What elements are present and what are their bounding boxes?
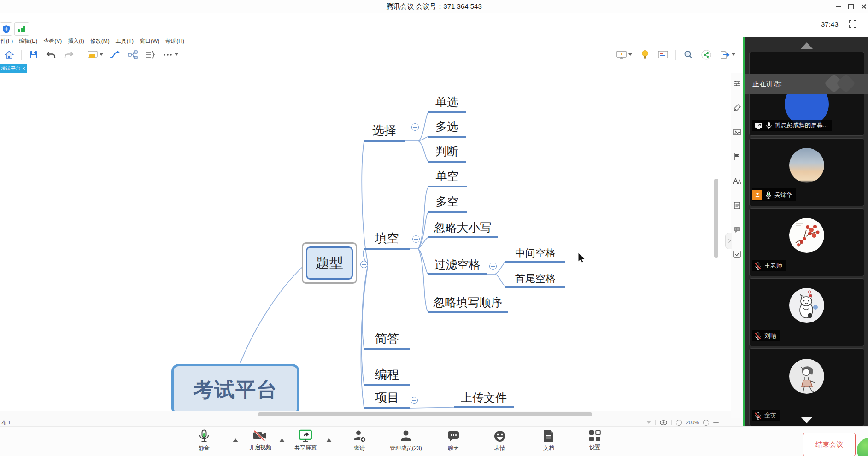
lightbulb-icon xyxy=(641,50,649,60)
idea-button[interactable] xyxy=(639,49,651,60)
settings-button[interactable]: 设置 xyxy=(567,429,622,451)
mindmap-root-topic[interactable]: 考试平台 xyxy=(171,364,299,411)
topic-upload-file[interactable]: 上传文件 xyxy=(454,392,514,403)
mindmap-canvas[interactable]: 考试平台 题型 选择 单选 多选 判断 填空 单空 多空 忽略大小写 过滤空格 … xyxy=(0,73,731,411)
mute-label: 静音 xyxy=(199,444,210,452)
avatar xyxy=(789,288,824,323)
menu-insert[interactable]: 插入(I) xyxy=(67,37,89,45)
collapse-icon-project[interactable] xyxy=(411,397,418,404)
topic-filter-space[interactable]: 过滤空格 xyxy=(428,258,487,270)
mute-button[interactable]: 静音 xyxy=(176,429,232,452)
participant-tile[interactable]: 王老师 xyxy=(749,208,864,276)
topic-judgement[interactable]: 判断 xyxy=(428,145,466,157)
menu-file[interactable]: 件(F) xyxy=(0,37,18,45)
theme-icon xyxy=(88,51,98,59)
emoji-button[interactable]: 表情 xyxy=(472,429,528,452)
vertical-scrollbar-thumb[interactable] xyxy=(714,179,718,258)
text-style-icon[interactable] xyxy=(733,177,741,185)
task-check-icon[interactable] xyxy=(733,250,741,258)
participant-tile[interactable]: 刘晴 xyxy=(749,278,864,346)
minimize-button[interactable] xyxy=(831,0,845,13)
topic-multi-blank[interactable]: 多空 xyxy=(428,195,467,207)
home-button[interactable] xyxy=(4,49,15,60)
share-screen-button[interactable]: 共享屏幕 xyxy=(278,429,333,452)
presentation-button[interactable] xyxy=(616,49,633,60)
topic-ignore-order[interactable]: 忽略填写顺序 xyxy=(428,296,508,308)
status-dropdown-icon[interactable] xyxy=(646,421,651,424)
topic-multi-choice[interactable]: 多选 xyxy=(428,120,466,132)
collapse-icon-choice[interactable] xyxy=(411,123,419,131)
share-options-caret[interactable] xyxy=(326,438,332,442)
members-button[interactable]: 管理成员(23) xyxy=(378,429,434,452)
topic-project[interactable]: 项目 xyxy=(364,392,410,404)
relationship-button[interactable] xyxy=(110,49,121,60)
collapse-icon-filter-space[interactable] xyxy=(489,263,497,270)
topic-programming[interactable]: 编程 xyxy=(364,368,410,381)
zoom-level[interactable]: 200% xyxy=(686,420,699,425)
topic-ignore-case[interactable]: 忽略大小写 xyxy=(428,222,498,234)
topic-middle-space[interactable]: 中间空格 xyxy=(505,248,565,258)
horizontal-scrollbar-thumb[interactable] xyxy=(258,412,592,416)
share-map-button[interactable] xyxy=(701,49,712,60)
floating-green-ball[interactable] xyxy=(856,437,868,456)
sheet-tab[interactable]: 考试平台 xyxy=(0,64,27,73)
more-tools-button[interactable] xyxy=(162,49,179,60)
menu-modify[interactable]: 修改(M) xyxy=(89,37,115,45)
style-sliders-icon[interactable] xyxy=(733,79,741,88)
participant-name-chip: 童英 xyxy=(752,410,780,421)
topic-choice[interactable]: 选择 xyxy=(364,124,405,137)
participant-tile[interactable]: 吴锦华 xyxy=(749,138,864,206)
structure-button[interactable] xyxy=(127,49,138,60)
menu-view[interactable]: 查看(V) xyxy=(42,37,67,45)
eye-icon[interactable] xyxy=(660,420,667,425)
collapse-icon-center[interactable] xyxy=(360,261,368,268)
tab-close-icon[interactable] xyxy=(22,67,26,70)
redo-icon xyxy=(64,50,74,59)
zoom-in-button[interactable] xyxy=(703,420,709,426)
search-icon xyxy=(683,50,693,60)
maximize-icon xyxy=(848,4,854,9)
outline-button[interactable] xyxy=(145,49,156,60)
end-meeting-button[interactable]: 结束会议 xyxy=(803,433,856,456)
scroll-up-icon[interactable] xyxy=(801,42,813,49)
menu-edit[interactable]: 编辑(E) xyxy=(18,37,42,45)
scroll-down-icon[interactable] xyxy=(801,417,813,423)
participant-tile[interactable]: 童英 xyxy=(749,348,864,426)
zoom-out-button[interactable] xyxy=(676,420,682,426)
editor-status-bar: 布 1 200% xyxy=(0,418,743,427)
topic-single-blank[interactable]: 单空 xyxy=(428,170,467,182)
panel-collapse-handle[interactable] xyxy=(725,233,732,249)
topic-single-choice[interactable]: 单选 xyxy=(428,96,466,108)
network-signal-overlay-button[interactable] xyxy=(14,22,29,36)
zoom-presets-icon[interactable] xyxy=(713,421,719,425)
image-icon[interactable] xyxy=(733,128,741,136)
menu-window[interactable]: 窗口(W) xyxy=(139,37,164,45)
maximize-button[interactable] xyxy=(844,0,858,13)
undo-button[interactable] xyxy=(46,49,57,60)
notes-panel-button[interactable] xyxy=(657,49,669,60)
topic-fill-blank[interactable]: 填空 xyxy=(364,232,410,245)
share-screen-label: 共享屏幕 xyxy=(294,444,317,452)
chat-icon xyxy=(446,429,460,443)
sheet-name-label[interactable]: 布 1 xyxy=(0,419,11,426)
mindmap-center-topic[interactable]: 题型 xyxy=(306,246,353,280)
close-button[interactable] xyxy=(857,0,868,13)
menu-help[interactable]: 帮助(H) xyxy=(164,37,189,45)
settings-grid-icon xyxy=(588,429,601,442)
fullscreen-button[interactable] xyxy=(848,19,857,30)
flag-icon[interactable] xyxy=(733,152,741,161)
collapse-icon-fill-blank[interactable] xyxy=(412,235,420,243)
export-button[interactable] xyxy=(719,49,736,60)
topic-short-answer[interactable]: 简答 xyxy=(364,333,410,345)
theme-style-button[interactable] xyxy=(88,49,103,60)
redo-button[interactable] xyxy=(63,49,74,60)
format-brush-icon[interactable] xyxy=(733,104,741,112)
save-button[interactable] xyxy=(28,49,39,60)
menu-tools[interactable]: 工具(T) xyxy=(115,37,139,45)
topic-edge-space[interactable]: 首尾空格 xyxy=(505,273,565,284)
search-button[interactable] xyxy=(683,49,694,60)
toolbar-divider xyxy=(81,50,81,60)
protection-overlay-button[interactable] xyxy=(0,22,12,36)
notes-icon[interactable] xyxy=(733,201,741,210)
comment-icon[interactable] xyxy=(733,226,741,234)
